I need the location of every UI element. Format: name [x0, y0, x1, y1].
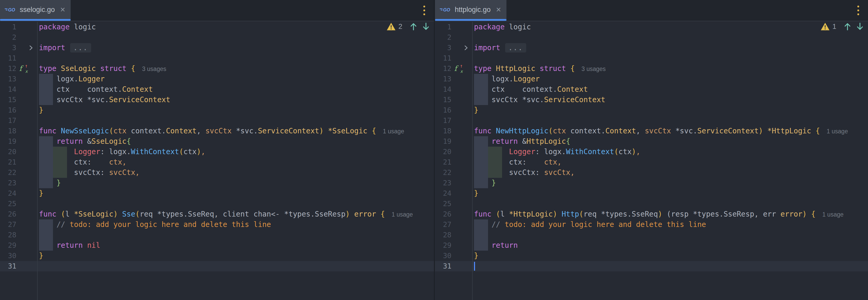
line-number[interactable]: 2 — [447, 32, 452, 43]
code-line-14[interactable]: 14 ctx context.Context — [0, 84, 434, 94]
code-line-17[interactable]: 17 — [0, 115, 434, 126]
line-number[interactable]: 27 — [8, 219, 17, 230]
code-line-24[interactable]: 24} — [435, 188, 868, 199]
code-line-24[interactable]: 24} — [0, 188, 434, 199]
code-line-12[interactable]: 12f↑xtype HttpLogic struct {3 usages — [435, 63, 868, 74]
code-line-31[interactable]: 31 — [0, 261, 434, 271]
code-line-19[interactable]: 19 return &SseLogic{ — [0, 136, 434, 146]
code-line-31[interactable]: 31 — [435, 261, 868, 271]
usages-annotation[interactable]: 1 usage — [383, 128, 404, 135]
code-line-22[interactable]: 22 svcCtx: svcCtx, — [0, 167, 434, 178]
code-line-30[interactable]: 30} — [435, 251, 868, 261]
code-line-23[interactable]: 23 } — [435, 178, 868, 188]
line-number[interactable]: 13 — [443, 74, 452, 84]
tab-close-icon[interactable]: ✕ — [60, 6, 65, 13]
code-line-11[interactable]: 11 — [0, 53, 434, 63]
line-number[interactable]: 16 — [8, 105, 17, 115]
folded-code-placeholder[interactable]: ... — [505, 43, 526, 53]
code-line-18[interactable]: 18func NewHttpLogic(ctx context.Context,… — [435, 126, 868, 136]
code-line-13[interactable]: 13 logx.Logger — [0, 74, 434, 84]
tab-sselogic-go[interactable]: GO sselogic.go ✕ — [0, 0, 71, 21]
code-line-3[interactable]: 3import ... — [0, 43, 434, 53]
code-line-16[interactable]: 16} — [0, 105, 434, 115]
line-number[interactable]: 3 — [447, 43, 452, 53]
code-line-1[interactable]: 1package logic — [0, 22, 434, 32]
code-line-26[interactable]: 26func (l *HttpLogic) Http(req *types.Ss… — [435, 209, 868, 219]
line-number[interactable]: 12 — [443, 63, 452, 74]
code-line-21[interactable]: 21 ctx: ctx, — [435, 157, 868, 167]
code-line-1[interactable]: 1package logic — [435, 22, 868, 32]
line-number[interactable]: 30 — [443, 251, 452, 261]
code-line-27[interactable]: 27 // todo: add your logic here and dele… — [435, 219, 868, 230]
line-number[interactable]: 2 — [12, 32, 17, 43]
line-number[interactable]: 1 — [447, 22, 452, 32]
code-line-12[interactable]: 12f↑xtype SseLogic struct {3 usages — [0, 63, 434, 74]
line-number[interactable]: 18 — [443, 126, 452, 136]
line-number[interactable]: 19 — [8, 136, 17, 146]
implementation-gutter-icon[interactable]: f↑x — [19, 64, 28, 73]
line-number[interactable]: 21 — [443, 157, 452, 167]
code-line-16[interactable]: 16} — [435, 105, 868, 115]
line-number[interactable]: 20 — [8, 146, 17, 157]
tab-httplogic-go[interactable]: GO httplogic.go ✕ — [435, 0, 506, 21]
line-number[interactable]: 1 — [12, 22, 17, 32]
folded-code-placeholder[interactable]: ... — [70, 43, 91, 53]
line-number[interactable]: 20 — [443, 146, 452, 157]
warning-icon[interactable] — [820, 22, 830, 31]
code-editor-area[interactable]: 1package logic23import ...1112f↑xtype Ss… — [0, 22, 434, 300]
line-number[interactable]: 16 — [443, 105, 452, 115]
usages-annotation[interactable]: 1 usage — [392, 211, 413, 218]
code-line-25[interactable]: 25 — [0, 199, 434, 209]
code-line-17[interactable]: 17 — [435, 115, 868, 126]
line-number[interactable]: 30 — [8, 251, 17, 261]
line-number[interactable]: 19 — [443, 136, 452, 146]
implementation-gutter-icon[interactable]: f↑x — [454, 64, 463, 73]
line-number[interactable]: 13 — [8, 74, 17, 84]
line-number[interactable]: 26 — [443, 209, 452, 219]
line-number[interactable]: 14 — [8, 84, 17, 94]
code-line-22[interactable]: 22 svcCtx: svcCtx, — [435, 167, 868, 178]
code-line-20[interactable]: 20 Logger: logx.WithContext(ctx), — [435, 146, 868, 157]
line-number[interactable]: 24 — [8, 188, 17, 199]
line-number[interactable]: 12 — [8, 63, 17, 74]
code-line-3[interactable]: 3import ... — [435, 43, 868, 53]
line-number[interactable]: 25 — [8, 199, 17, 209]
line-number[interactable]: 22 — [443, 167, 452, 178]
next-problem-arrow-icon[interactable] — [422, 22, 430, 31]
line-number[interactable]: 24 — [443, 188, 452, 199]
usages-annotation[interactable]: 3 usages — [582, 65, 606, 72]
line-number[interactable]: 14 — [443, 84, 452, 94]
line-number[interactable]: 21 — [8, 157, 17, 167]
code-line-2[interactable]: 2 — [0, 32, 434, 43]
line-number[interactable]: 3 — [12, 43, 17, 53]
line-number[interactable]: 29 — [8, 240, 17, 251]
line-number[interactable]: 29 — [443, 240, 452, 251]
line-number[interactable]: 31 — [8, 261, 17, 271]
code-line-27[interactable]: 27 // todo: add your logic here and dele… — [0, 219, 434, 230]
prev-problem-arrow-icon[interactable] — [410, 22, 417, 31]
line-number[interactable]: 11 — [8, 53, 17, 63]
code-line-28[interactable]: 28 — [0, 230, 434, 240]
line-number[interactable]: 18 — [8, 126, 17, 136]
code-line-28[interactable]: 28 — [435, 230, 868, 240]
code-line-29[interactable]: 29 return — [435, 240, 868, 251]
code-line-29[interactable]: 29 return nil — [0, 240, 434, 251]
line-number[interactable]: 22 — [8, 167, 17, 178]
code-line-19[interactable]: 19 return &HttpLogic{ — [435, 136, 868, 146]
line-number[interactable]: 28 — [443, 230, 452, 240]
code-line-21[interactable]: 21 ctx: ctx, — [0, 157, 434, 167]
line-number[interactable]: 23 — [8, 178, 17, 188]
line-number[interactable]: 11 — [443, 53, 452, 63]
code-line-25[interactable]: 25 — [435, 199, 868, 209]
usages-annotation[interactable]: 1 usage — [827, 128, 848, 135]
fold-chevron-icon[interactable] — [464, 45, 468, 51]
code-line-23[interactable]: 23 } — [0, 178, 434, 188]
prev-problem-arrow-icon[interactable] — [844, 22, 851, 31]
tab-close-icon[interactable]: ✕ — [496, 6, 501, 13]
tab-options-kebab-icon[interactable] — [422, 5, 426, 17]
line-number[interactable]: 27 — [443, 219, 452, 230]
line-number[interactable]: 15 — [8, 94, 17, 105]
line-number[interactable]: 26 — [8, 209, 17, 219]
line-number[interactable]: 15 — [443, 94, 452, 105]
line-number[interactable]: 17 — [8, 115, 17, 126]
